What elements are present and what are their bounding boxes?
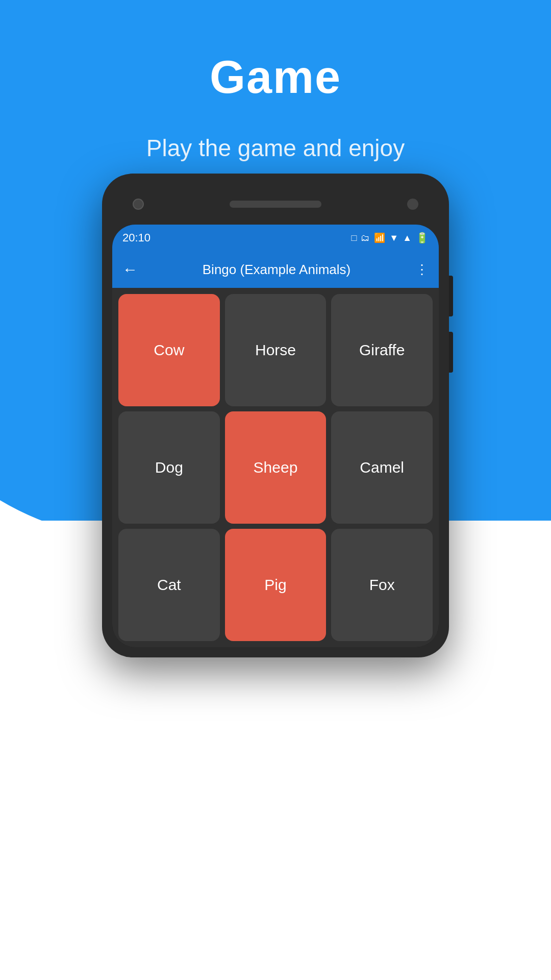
bingo-cell-cat[interactable]: Cat xyxy=(118,529,220,641)
bingo-grid: CowHorseGiraffeDogSheepCamelCatPigFox xyxy=(112,288,439,647)
signal-icon: ▲ xyxy=(403,233,412,243)
sim-icon: 📶 xyxy=(374,232,385,243)
app-toolbar: ← Bingo (Example Animals) ⋮ xyxy=(112,251,439,288)
menu-button[interactable]: ⋮ xyxy=(415,262,429,278)
bingo-cell-cow[interactable]: Cow xyxy=(118,294,220,406)
bingo-cell-pig[interactable]: Pig xyxy=(225,529,327,641)
speaker xyxy=(230,201,321,208)
wifi-icon: ▼ xyxy=(389,233,398,243)
square-icon: □ xyxy=(351,233,357,243)
bingo-cell-horse[interactable]: Horse xyxy=(225,294,327,406)
phone-outer: 20:10 □ 🗂 📶 ▼ ▲ 🔋 ← Bingo (Example Anima… xyxy=(102,174,449,657)
phone-screen: 20:10 □ 🗂 📶 ▼ ▲ 🔋 ← Bingo (Example Anima… xyxy=(112,225,439,647)
bingo-cell-dog[interactable]: Dog xyxy=(118,411,220,524)
back-button[interactable]: ← xyxy=(122,261,138,278)
phone-top-bar xyxy=(112,184,439,225)
sensor xyxy=(407,199,418,210)
status-icons: □ 🗂 📶 ▼ ▲ 🔋 xyxy=(351,232,429,244)
toolbar-title: Bingo (Example Animals) xyxy=(148,262,405,278)
status-time: 20:10 xyxy=(122,231,151,244)
battery-icon: 🔋 xyxy=(416,232,429,244)
side-button-2 xyxy=(449,332,453,373)
clipboard-icon: 🗂 xyxy=(361,233,370,243)
side-button-1 xyxy=(449,276,453,316)
bingo-cell-fox[interactable]: Fox xyxy=(331,529,433,641)
bingo-cell-giraffe[interactable]: Giraffe xyxy=(331,294,433,406)
bingo-cell-sheep[interactable]: Sheep xyxy=(225,411,327,524)
bingo-cell-camel[interactable]: Camel xyxy=(331,411,433,524)
page-title: Game xyxy=(0,0,551,104)
camera xyxy=(133,199,144,210)
status-bar: 20:10 □ 🗂 📶 ▼ ▲ 🔋 xyxy=(112,225,439,251)
phone-container: 20:10 □ 🗂 📶 ▼ ▲ 🔋 ← Bingo (Example Anima… xyxy=(102,174,449,657)
page-subtitle: Play the game and enjoy xyxy=(0,134,551,162)
